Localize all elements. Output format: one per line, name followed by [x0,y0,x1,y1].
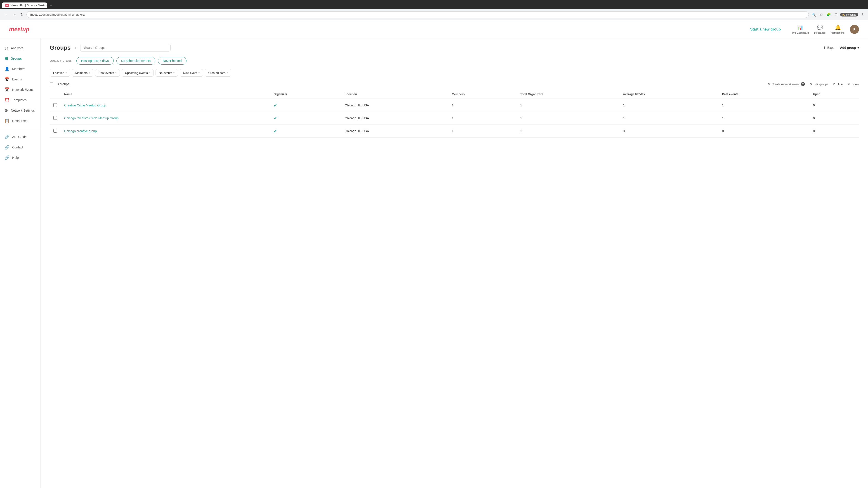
add-group-button[interactable]: Add group ▾ [840,46,859,50]
sidebar-item-network-events[interactable]: 📅 Network Events [0,85,40,95]
row-1-average-rsvps: 1 [623,103,625,107]
create-network-event-button[interactable]: ⊕ Create network event ? [768,82,805,86]
row-1-members-cell: 1 [448,99,517,112]
row-2-checkbox[interactable] [53,116,57,120]
filter-past-events[interactable]: Past events ▾ [95,69,120,76]
row-1-group-link[interactable]: Creative Circle Meetup Group [64,103,106,107]
row-1-checkbox[interactable] [53,103,57,107]
sidebar-item-templates[interactable]: ⏰ Templates [0,95,40,105]
page-title-icon[interactable]: ● [74,45,76,50]
menu-icon[interactable]: ⋮ [860,11,865,18]
active-tab[interactable]: M Meetup Pro | Groups - Meetup ✕ [2,2,47,8]
search-input[interactable] [80,44,170,52]
api-guide-icon: 🔗 [4,134,9,139]
th-name: Name [61,90,270,99]
reload-button[interactable]: ↻ [19,11,25,18]
edit-groups-label: Edit groups [813,83,829,86]
filter-no-events[interactable]: No events ▾ [156,69,178,76]
sidebar-item-templates-label: Templates [12,98,27,102]
page-header: Groups ● ⬆ Export Add group ▾ [50,44,859,52]
filter-location[interactable]: Location ▾ [50,69,70,76]
row-3-checkbox[interactable] [53,129,57,133]
row-3-group-link[interactable]: Chicago creative group [64,129,97,133]
user-avatar[interactable]: P [850,25,859,34]
row-3-organizer-verified-icon: ✔ [274,129,277,133]
row-3-average-rsvps: 0 [623,129,625,133]
show-label: Show [851,83,859,86]
quick-filters-label: QUICK FILTERS [50,59,72,62]
filter-chip-hosting-next-7[interactable]: Hosting next 7 days [76,57,114,65]
sidebar-item-network-settings[interactable]: ⚙ Network Settings [0,105,40,116]
row-3-members-cell: 1 [448,125,517,138]
table-row: Creative Circle Meetup Group ✔ Chicago, … [50,99,859,112]
row-3-organizer-cell: ✔ [270,125,341,138]
create-network-event-icon: ⊕ [768,83,770,86]
column-filters: Location ▾ Members ▾ Past events ▾ Upcom… [50,69,859,76]
th-past-events[interactable]: Past events ↓ [718,90,809,99]
extensions-icon[interactable]: 🧩 [826,11,832,18]
start-new-group-link[interactable]: Start a new group [750,27,781,31]
sidebar-item-help-label: Help [12,156,19,160]
sidebar-item-groups[interactable]: ⊞ Groups [0,53,40,64]
th-checkbox [50,90,61,99]
row-1-upcoming-cell: 0 [809,99,859,112]
row-3-average-rsvps-cell: 0 [619,125,719,138]
select-all-checkbox[interactable] [50,82,53,86]
sidebar-item-events[interactable]: 📅 Events [0,74,40,85]
tab-favicon: M [5,4,8,7]
show-button[interactable]: 👁 Show [847,83,859,86]
row-2-group-link[interactable]: Chicago Creative Circle Meetup Group [64,116,119,120]
row-1-members: 1 [452,103,454,107]
row-1-total-organizers: 1 [520,103,522,107]
th-members: Members [448,90,517,99]
forward-button[interactable]: → [11,12,17,18]
templates-icon: ⏰ [4,98,9,103]
sidebar-item-contact[interactable]: 🔗 Contact [0,142,40,153]
th-organizer: Organizer [270,90,341,99]
incognito-label: Incognito [846,13,856,16]
sidebar-item-resources[interactable]: 📋 Resources [0,116,40,126]
filter-chip-no-scheduled[interactable]: No scheduled events [116,57,156,65]
filter-chip-never-hosted[interactable]: Never hosted [158,57,186,65]
row-3-location-cell: Chicago, IL, USA [341,125,448,138]
incognito-icon: 🕵 [842,13,845,16]
messages-icon: 💬 [817,25,823,31]
export-button[interactable]: ⬆ Export [823,46,836,50]
back-button[interactable]: ← [3,12,9,18]
sidebar-item-members[interactable]: 👤 Members [0,64,40,74]
th-location-label: Location [345,92,357,96]
members-icon: 👤 [4,66,9,71]
sidebar-item-analytics[interactable]: ◎ Analytics [0,43,40,53]
row-2-name-cell: Chicago Creative Circle Meetup Group [61,112,270,125]
address-bar[interactable]: meetup.com/pro/moodjoy/admin/chapters/ [26,11,809,18]
messages-button[interactable]: 💬 Messages [814,25,826,34]
sidebar-item-api-guide[interactable]: 🔗 API Guide [0,132,40,142]
pro-dashboard-button[interactable]: 📊 Pro Dashboard [792,25,809,34]
notifications-button[interactable]: 🔔 Notifications [831,25,844,34]
row-1-past-events-cell: 1 [718,99,809,112]
filter-past-events-chevron: ▾ [115,72,116,74]
hide-button[interactable]: ⊘ Hide [833,83,843,86]
toolbar-icons: 🔍 ☆ 🧩 ⊡ 🕵 Incognito ⋮ [811,11,865,18]
filter-upcoming-events[interactable]: Upcoming events ▾ [122,69,153,76]
edit-groups-button[interactable]: ⚙ Edit groups [809,83,829,86]
table-controls: 3 groups ⊕ Create network event ? ⚙ Edit… [50,82,859,86]
filter-created-date[interactable]: Created date ▾ [205,69,231,76]
row-1-average-rsvps-cell: 1 [619,99,719,112]
create-event-help-icon[interactable]: ? [801,82,805,86]
export-icon: ⬆ [823,46,826,50]
filter-upcoming-events-chevron: ▾ [149,72,150,74]
filter-members[interactable]: Members ▾ [72,69,93,76]
row-3-members: 1 [452,129,454,133]
bookmark-icon[interactable]: ☆ [819,11,824,18]
sidebar-item-help[interactable]: 🔗 Help [0,153,40,163]
page: meetup Start a new group 📊 Pro Dashboard… [0,20,868,488]
network-events-icon: 📅 [4,87,9,92]
meetup-logo[interactable]: meetup [9,24,34,35]
filter-next-event[interactable]: Next event ▾ [180,69,203,76]
header-actions: 📊 Pro Dashboard 💬 Messages 🔔 Notificatio… [792,25,859,34]
search-icon[interactable]: 🔍 [811,11,817,18]
tab-label: Meetup Pro | Groups - Meetup [10,4,47,7]
new-tab-button[interactable]: + [48,2,54,9]
profile-icon[interactable]: ⊡ [834,11,838,18]
